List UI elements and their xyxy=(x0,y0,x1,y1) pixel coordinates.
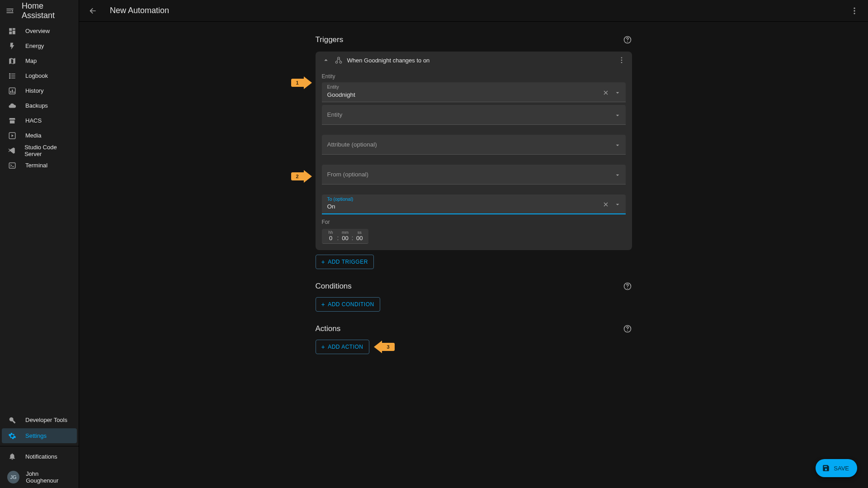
plus-icon: + xyxy=(321,343,326,351)
attribute-input[interactable]: Attribute (optional) xyxy=(322,135,626,155)
svg-rect-11 xyxy=(10,91,11,93)
overflow-menu-button[interactable] xyxy=(846,3,863,19)
sidebar-item-settings[interactable]: Settings xyxy=(2,428,77,443)
vscode-icon xyxy=(7,147,16,155)
annotation-label: 2 xyxy=(291,172,304,180)
avatar: JG xyxy=(7,471,19,483)
sidebar-item-overview[interactable]: Overview xyxy=(2,24,77,38)
sidebar-header: Home Assistant xyxy=(0,0,79,22)
dropdown-icon[interactable] xyxy=(612,140,623,151)
add-condition-label: ADD CONDITION xyxy=(328,301,374,308)
sidebar-item-label: Terminal xyxy=(25,162,47,169)
entity-field-label: Entity xyxy=(327,84,339,90)
save-button[interactable]: SAVE xyxy=(816,459,857,477)
sidebar-item-label: Studio Code Server xyxy=(24,144,71,157)
sidebar-item-user[interactable]: JG John Goughenour xyxy=(2,466,77,488)
actions-header: Actions xyxy=(316,320,632,338)
svg-rect-9 xyxy=(11,77,15,78)
sidebar-item-notifications[interactable]: Notifications xyxy=(2,446,77,466)
trigger-summary: When Goodnight changes to on xyxy=(347,57,430,64)
help-icon[interactable] xyxy=(623,324,632,333)
sidebar-item-label: Energy xyxy=(25,43,44,49)
for-duration-input[interactable]: hh 0 : mm 00 : ss 00 xyxy=(322,229,369,244)
help-icon[interactable] xyxy=(623,282,632,291)
plus-icon: + xyxy=(321,301,326,308)
wrench-icon xyxy=(7,416,17,424)
svg-rect-15 xyxy=(9,163,15,168)
svg-rect-8 xyxy=(9,77,10,79)
sidebar-item-backups[interactable]: Backups xyxy=(2,98,77,113)
annotation-arrow-3: 3 xyxy=(374,341,395,353)
svg-point-20 xyxy=(335,61,338,63)
for-ss-label: ss xyxy=(358,230,362,235)
toolbar: New Automation xyxy=(79,0,868,22)
gear-icon xyxy=(7,432,17,440)
for-mm-label: mm xyxy=(342,230,349,235)
svg-rect-13 xyxy=(14,91,14,93)
annotation-arrow-1: 1 xyxy=(291,76,312,89)
dashboard-icon xyxy=(7,27,17,35)
dropdown-icon[interactable] xyxy=(612,87,623,98)
attribute-placeholder: Attribute (optional) xyxy=(327,137,612,152)
for-hh-label: hh xyxy=(328,230,333,235)
sidebar-item-label: Settings xyxy=(25,432,47,439)
sidebar-footer: Notifications JG John Goughenour xyxy=(0,446,79,488)
page-title: New Automation xyxy=(110,6,169,15)
bell-icon xyxy=(7,452,17,460)
dropdown-icon[interactable] xyxy=(612,170,623,180)
sidebar-item-devtools[interactable]: Developer Tools xyxy=(2,412,77,427)
entity-field[interactable] xyxy=(327,85,600,100)
save-label: SAVE xyxy=(834,465,849,472)
sidebar-item-label: Notifications xyxy=(25,453,57,460)
sidebar-item-label: Backups xyxy=(25,102,48,109)
dropdown-icon[interactable] xyxy=(612,110,623,121)
add-action-button[interactable]: + ADD ACTION xyxy=(316,340,369,354)
svg-rect-2 xyxy=(13,30,15,34)
trigger-card-header[interactable]: When Goodnight changes to on xyxy=(316,52,632,69)
svg-rect-3 xyxy=(9,31,12,34)
play-box-icon xyxy=(7,132,17,140)
sidebar-item-terminal[interactable]: Terminal xyxy=(2,158,77,173)
svg-point-23 xyxy=(621,57,622,58)
from-input[interactable]: From (optional) xyxy=(322,165,626,185)
add-condition-button[interactable]: + ADD CONDITION xyxy=(316,297,380,312)
annotation-label: 3 xyxy=(382,343,395,351)
for-hh-value[interactable]: 0 xyxy=(329,235,332,242)
sidebar-item-logbook[interactable]: Logbook xyxy=(2,68,77,83)
svg-point-18 xyxy=(854,13,855,14)
chevron-up-icon[interactable] xyxy=(322,56,330,64)
sidebar-item-studio-code[interactable]: Studio Code Server xyxy=(2,143,77,158)
for-ss-value[interactable]: 00 xyxy=(356,235,363,242)
back-button[interactable] xyxy=(85,3,101,19)
for-mm-value[interactable]: 00 xyxy=(342,235,348,242)
sidebar-item-energy[interactable]: Energy xyxy=(2,38,77,53)
help-icon[interactable] xyxy=(623,35,632,44)
sidebar-item-hacs[interactable]: HACS xyxy=(2,113,77,128)
clear-icon[interactable] xyxy=(600,199,611,210)
sidebar-item-media[interactable]: Media xyxy=(2,128,77,143)
sidebar-item-map[interactable]: Map xyxy=(2,53,77,68)
clear-icon[interactable] xyxy=(600,87,611,98)
save-icon xyxy=(822,464,830,472)
conditions-title: Conditions xyxy=(316,282,623,291)
actions-title: Actions xyxy=(316,324,623,333)
triggers-header: Triggers xyxy=(316,31,632,49)
entity-input[interactable]: Entity xyxy=(322,82,626,102)
flash-icon xyxy=(7,42,17,50)
sidebar: Home Assistant Overview Energy Map Logbo… xyxy=(0,0,79,488)
dropdown-icon[interactable] xyxy=(612,199,623,210)
to-field[interactable] xyxy=(327,197,600,212)
svg-rect-6 xyxy=(9,75,10,76)
add-action-label: ADD ACTION xyxy=(328,344,363,350)
store-icon xyxy=(7,117,17,125)
add-trigger-button[interactable]: + ADD TRIGGER xyxy=(316,255,374,269)
trigger-overflow-button[interactable] xyxy=(618,56,626,64)
entity2-input[interactable]: Entity xyxy=(322,105,626,125)
svg-point-24 xyxy=(621,60,622,61)
to-input[interactable]: To (optional) xyxy=(322,194,626,214)
app-title: Home Assistant xyxy=(22,1,73,20)
svg-rect-1 xyxy=(13,28,15,30)
svg-rect-7 xyxy=(11,76,15,76)
sidebar-item-history[interactable]: History xyxy=(2,83,77,98)
menu-collapse-icon[interactable] xyxy=(5,6,14,15)
